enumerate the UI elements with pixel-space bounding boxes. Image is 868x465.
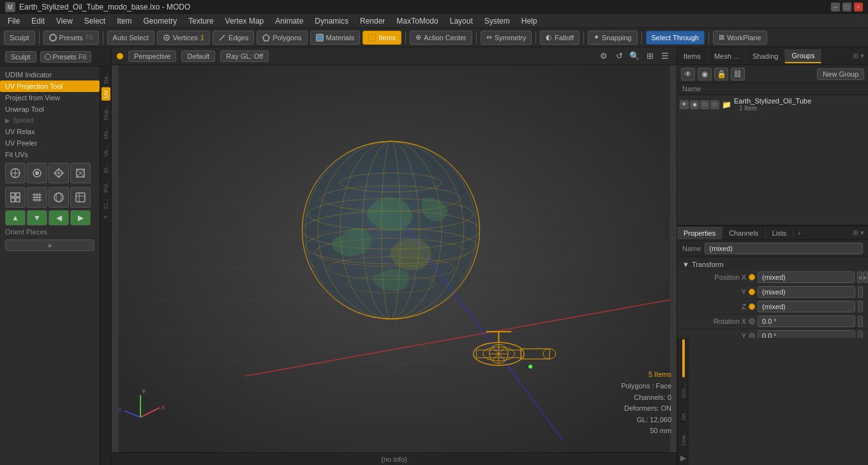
tab-mesh[interactable]: Mesh ...: [708, 50, 746, 63]
rotation-x-arrows[interactable]: [858, 316, 863, 327]
viewport-shading-btn[interactable]: Default: [181, 50, 215, 62]
tool-icon-5[interactable]: [5, 187, 26, 208]
side-tab-ei[interactable]: Ei...: [101, 160, 110, 176]
viewport-raygl-btn[interactable]: Ray GL: Off: [220, 50, 269, 62]
position-x-input[interactable]: [758, 271, 855, 283]
tool-icon-3[interactable]: [49, 163, 69, 183]
tab-shading[interactable]: Shading: [746, 50, 785, 63]
symmetry-button[interactable]: ⇔ Symmetry: [481, 31, 532, 45]
menu-item[interactable]: Item: [112, 15, 137, 27]
new-group-button[interactable]: New Group: [817, 68, 864, 80]
items-button[interactable]: Items: [363, 31, 401, 45]
edges-button[interactable]: Edges: [213, 31, 254, 45]
side-tab-de[interactable]: De...: [101, 69, 110, 86]
tool-unwrap[interactable]: Unwrap Tool: [0, 103, 100, 115]
viewport-perspective-btn[interactable]: Perspective: [128, 50, 176, 62]
arrow-left-btn[interactable]: ◀: [49, 210, 69, 225]
viewport-expand-icon[interactable]: ⊞: [643, 50, 656, 63]
tool-icon-4[interactable]: [70, 163, 91, 183]
auto-select-button[interactable]: Auto Select: [107, 31, 154, 45]
position-y-dot[interactable]: [749, 289, 755, 295]
tool-icon-2[interactable]: [27, 163, 47, 183]
position-z-input[interactable]: [758, 301, 855, 312]
transform-section-header[interactable]: ▼ Transform: [677, 259, 868, 270]
position-z-dot[interactable]: [749, 303, 755, 310]
side-tab-ms[interactable]: Ms...: [101, 124, 110, 142]
polygons-button[interactable]: Polygons: [257, 31, 307, 45]
position-z-arrows[interactable]: [858, 301, 863, 312]
rotation-x-dot[interactable]: [749, 318, 755, 324]
side-tab-ve[interactable]: Ve...: [101, 142, 110, 159]
menu-vertex-map[interactable]: Vertex Map: [220, 15, 269, 27]
viewport-refresh-icon[interactable]: ↺: [613, 50, 625, 63]
tool-uv-peeler[interactable]: UV Peeler: [0, 137, 100, 149]
menu-select[interactable]: Select: [79, 15, 110, 27]
tool-icon-7[interactable]: [49, 187, 69, 208]
position-y-arrows[interactable]: [858, 286, 863, 298]
position-x-dot[interactable]: [749, 274, 755, 280]
rs-tab-use[interactable]: Use...: [679, 425, 688, 451]
menu-geometry[interactable]: Geometry: [138, 15, 183, 27]
falloff-button[interactable]: ◐ Falloff: [540, 31, 580, 45]
items-eye-icon[interactable]: 👁: [681, 68, 695, 80]
arrow-up-btn[interactable]: ▲: [5, 210, 26, 225]
viewport-search-icon[interactable]: 🔍: [628, 50, 641, 63]
props-expand[interactable]: ⊞ ▾: [849, 226, 868, 240]
viewport-settings-icon[interactable]: ⚙: [597, 50, 610, 63]
items-link-icon[interactable]: ⛓: [731, 68, 745, 80]
sculpt-button[interactable]: Sculpt: [4, 31, 35, 45]
action-center-button[interactable]: ⊕ Action Center: [410, 31, 472, 45]
tool-icon-6[interactable]: [27, 187, 47, 208]
viewport-canvas[interactable]: X Y Z 5 Items Polygons : Face Channels: …: [112, 65, 677, 452]
tool-project-view[interactable]: Project from View: [0, 92, 100, 103]
menu-help[interactable]: Help: [516, 15, 542, 27]
menu-maxtomodo[interactable]: MaxToModo: [391, 15, 443, 27]
expand-button[interactable]: »: [5, 240, 94, 251]
tab-items[interactable]: Items: [677, 50, 708, 63]
props-tab-properties[interactable]: Properties: [677, 227, 722, 240]
props-tab-lists[interactable]: Lists: [766, 227, 794, 240]
position-y-input[interactable]: [758, 286, 855, 298]
workplane-button[interactable]: ⊠ WorkPlane: [713, 31, 767, 45]
snapping-button[interactable]: ✦ Snapping: [588, 31, 638, 45]
items-lock-icon[interactable]: 🔒: [714, 68, 728, 80]
tool-udim[interactable]: UDIM Indicator: [0, 69, 100, 80]
item-vis-lock[interactable]: □: [700, 100, 709, 109]
menu-view[interactable]: View: [51, 15, 78, 27]
menu-animate[interactable]: Animate: [270, 15, 308, 27]
right-panel-expand[interactable]: ⊞ ▾: [849, 49, 868, 63]
viewport[interactable]: Perspective Default Ray GL: Off ⚙ ↺ 🔍 ⊞ …: [112, 47, 677, 465]
props-tab-channels[interactable]: Channels: [722, 227, 765, 240]
minimize-button[interactable]: ─: [831, 3, 840, 11]
tool-icon-8[interactable]: [70, 187, 91, 208]
menu-file[interactable]: File: [3, 15, 25, 27]
left-presets-button[interactable]: Presets F6: [40, 51, 91, 63]
rotation-y-dot[interactable]: [749, 333, 755, 338]
side-tab-t[interactable]: T: [101, 213, 110, 222]
rs-tab-an[interactable]: An...: [679, 404, 688, 426]
tool-uv-relax[interactable]: UV Relax: [0, 126, 100, 137]
item-vis-link[interactable]: □: [710, 100, 719, 109]
menu-layout[interactable]: Layout: [445, 15, 478, 27]
menu-dynamics[interactable]: Dynamics: [310, 15, 354, 27]
select-through-button[interactable]: Select Through: [646, 31, 705, 45]
side-tab-pol[interactable]: Pol...: [101, 177, 110, 195]
rotation-y-arrows[interactable]: [858, 330, 863, 338]
left-sculpt-button[interactable]: Sculpt: [5, 51, 36, 63]
maximize-button[interactable]: □: [842, 3, 851, 11]
side-tab-ci[interactable]: Ci...: [101, 196, 110, 211]
side-tab-uv[interactable]: UV: [101, 88, 110, 101]
presets-button[interactable]: Presets F6: [43, 31, 99, 45]
position-x-right-arrow[interactable]: ▶: [863, 271, 868, 283]
tool-fit-uvs[interactable]: Fit UVs: [0, 149, 100, 160]
menu-edit[interactable]: Edit: [26, 15, 50, 27]
viewport-menu-icon[interactable]: ☰: [659, 50, 671, 63]
materials-button[interactable]: Materials: [310, 31, 361, 45]
side-tab-dup[interactable]: Dup...: [101, 102, 110, 123]
rs-tab-gro[interactable]: Gro...: [679, 379, 688, 404]
rotation-y-input[interactable]: [758, 330, 855, 338]
close-button[interactable]: ✕: [854, 3, 863, 11]
tool-icon-1[interactable]: [5, 163, 26, 183]
item-vis-render[interactable]: ◉: [690, 100, 699, 109]
arrow-down-btn[interactable]: ▼: [27, 210, 47, 225]
